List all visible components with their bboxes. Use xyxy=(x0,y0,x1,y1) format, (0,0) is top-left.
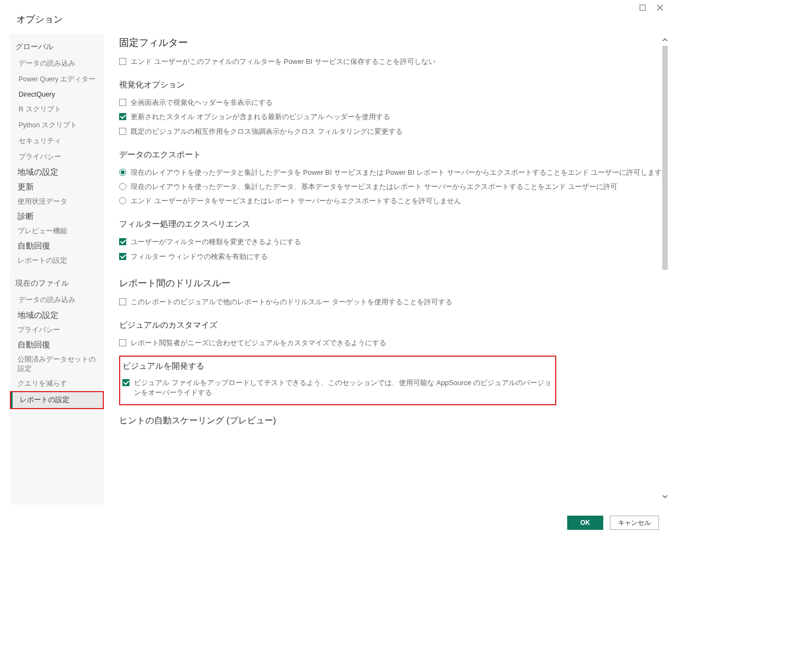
sidebar-group-diagnostics[interactable]: 診断 xyxy=(10,209,104,224)
maximize-icon[interactable] xyxy=(637,3,648,12)
sidebar-item-directquery[interactable]: DirectQuery xyxy=(10,87,104,102)
dialog-footer: OK キャンセル xyxy=(567,516,659,530)
checkbox-label: 全画面表示で視覚化ヘッダーを非表示にする xyxy=(131,98,671,108)
radio-icon[interactable] xyxy=(119,183,126,190)
sidebar-group-update[interactable]: 更新 xyxy=(10,180,104,194)
sidebar-header-global: グローバル xyxy=(10,38,104,56)
checkbox-icon[interactable] xyxy=(119,253,126,260)
cancel-button[interactable]: キャンセル xyxy=(610,516,659,530)
scrollbar[interactable] xyxy=(661,37,669,501)
checkbox-icon[interactable] xyxy=(122,379,130,386)
sidebar-header-current-file: 現在のファイル xyxy=(10,275,104,292)
checkbox-filter-exp-1[interactable]: ユーザーがフィルターの種類を変更できるようにする xyxy=(119,235,671,249)
sidebar-item-reduce-query[interactable]: クエリを減らす xyxy=(10,376,104,391)
highlight-box-sidebar: レポートの設定 xyxy=(10,391,104,409)
checkbox-develop-visual-1[interactable]: ビジュアル ファイルをアップロードしてテストできるよう、このセッションでは、使用… xyxy=(120,376,552,400)
radio-export-2[interactable]: 現在のレイアウトを使ったデータ、集計したデータ、基本データをサービスまたはレポー… xyxy=(119,180,671,194)
sidebar-item-report-settings-active[interactable]: レポートの設定 xyxy=(11,392,103,408)
radio-label: エンド ユーザーがデータをサービスまたはレポート サーバーからエクスポートするこ… xyxy=(131,196,671,206)
radio-label: 現在のレイアウトを使ったデータ、集計したデータ、基本データをサービスまたはレポー… xyxy=(131,182,671,192)
scroll-thumb[interactable] xyxy=(662,46,668,270)
sidebar-item-report-settings-g[interactable]: レポートの設定 xyxy=(10,253,104,268)
checkbox-label: 更新されたスタイル オプションが含まれる最新のビジュアル ヘッダーを使用する xyxy=(131,112,671,122)
sidebar-item-security[interactable]: セキュリティ xyxy=(10,133,104,149)
radio-icon[interactable] xyxy=(119,197,126,204)
window-controls xyxy=(632,0,671,15)
section-develop-visual: ビジュアルを開発する xyxy=(122,361,552,371)
checkbox-label: ビジュアル ファイルをアップロードしてテストできるよう、このセッションでは、使用… xyxy=(134,378,552,398)
dialog-title: オプション xyxy=(0,0,671,33)
section-customize: ビジュアルのカスタマイズ xyxy=(119,320,671,330)
checkbox-icon[interactable] xyxy=(119,128,126,135)
sidebar-item-privacy2[interactable]: プライバシー xyxy=(10,323,104,338)
sidebar: グローバル データの読み込み Power Query エディター DirectQ… xyxy=(10,34,104,505)
radio-export-3[interactable]: エンド ユーザーがデータをサービスまたはレポート サーバーからエクスポートするこ… xyxy=(119,194,671,208)
sidebar-group-auto-recovery[interactable]: 自動回復 xyxy=(10,239,104,253)
checkbox-icon[interactable] xyxy=(119,298,126,305)
sidebar-item-preview[interactable]: プレビュー機能 xyxy=(10,224,104,239)
sidebar-item-python-script[interactable]: Python スクリプト xyxy=(10,117,104,133)
section-data-export: データのエクスポート xyxy=(119,150,671,160)
section-hint-scaling: ヒントの自動スケーリング (プレビュー) xyxy=(119,415,671,427)
checkbox-icon[interactable] xyxy=(119,113,126,120)
sidebar-item-usage-data[interactable]: 使用状況データ xyxy=(10,194,104,209)
section-fixed-filter: 固定フィルター xyxy=(119,36,671,49)
section-filter-exp: フィルター処理のエクスペリエンス xyxy=(119,219,671,229)
checkbox-fixed-filter-1[interactable]: エンド ユーザーがこのファイルのフィルターを Power BI サービスに保存す… xyxy=(119,55,671,69)
sidebar-item-r-script[interactable]: R スクリプト xyxy=(10,102,104,117)
checkbox-drillthrough-1[interactable]: このレポートのビジュアルで他のレポートからのドリルスルー ターゲットを使用するこ… xyxy=(119,295,671,309)
sidebar-item-data-load[interactable]: データの読み込み xyxy=(10,56,104,72)
scroll-down-icon[interactable] xyxy=(661,494,669,501)
checkbox-label: エンド ユーザーがこのファイルのフィルターを Power BI サービスに保存す… xyxy=(131,57,671,67)
checkbox-icon[interactable] xyxy=(119,339,126,346)
highlight-box-content: ビジュアルを開発する ビジュアル ファイルをアップロードしてテストできるよう、こ… xyxy=(119,356,556,405)
checkbox-visual-2[interactable]: 更新されたスタイル オプションが含まれる最新のビジュアル ヘッダーを使用する xyxy=(119,110,671,124)
radio-icon[interactable] xyxy=(119,169,126,176)
sidebar-item-published-dataset[interactable]: 公開済みデータセットの設定 xyxy=(10,352,104,376)
sidebar-group-region2[interactable]: 地域の設定 xyxy=(10,308,104,323)
checkbox-label: ユーザーがフィルターの種類を変更できるようにする xyxy=(131,237,671,247)
sidebar-group-region[interactable]: 地域の設定 xyxy=(10,165,104,180)
sidebar-item-power-query[interactable]: Power Query エディター xyxy=(10,72,104,87)
checkbox-filter-exp-2[interactable]: フィルター ウィンドウの検索を有効にする xyxy=(119,250,671,264)
checkbox-icon[interactable] xyxy=(119,58,126,65)
scroll-up-icon[interactable] xyxy=(661,37,669,45)
sidebar-item-privacy[interactable]: プライバシー xyxy=(10,149,104,165)
checkbox-visual-3[interactable]: 既定のビジュアルの相互作用をクロス強調表示からクロス フィルタリングに変更する xyxy=(119,125,671,139)
checkbox-visual-1[interactable]: 全画面表示で視覚化ヘッダーを非表示にする xyxy=(119,96,671,110)
checkbox-label: レポート閲覧者がニーズに合わせてビジュアルをカスタマイズできるようにする xyxy=(131,338,671,348)
sidebar-group-auto-recovery2[interactable]: 自動回復 xyxy=(10,338,104,352)
ok-button[interactable]: OK xyxy=(567,516,603,530)
checkbox-icon[interactable] xyxy=(119,99,126,106)
sidebar-item-data-load-c[interactable]: データの読み込み xyxy=(10,292,104,308)
checkbox-customize-1[interactable]: レポート閲覧者がニーズに合わせてビジュアルをカスタマイズできるようにする xyxy=(119,336,671,350)
radio-export-1[interactable]: 現在のレイアウトを使ったデータと集計したデータを Power BI サービスまた… xyxy=(119,166,671,180)
checkbox-icon[interactable] xyxy=(119,238,126,245)
svg-rect-0 xyxy=(640,5,645,10)
content-area: 固定フィルター エンド ユーザーがこのファイルのフィルターを Power BI … xyxy=(119,34,671,505)
radio-label: 現在のレイアウトを使ったデータと集計したデータを Power BI サービスまた… xyxy=(131,168,671,178)
close-icon[interactable] xyxy=(655,3,666,12)
checkbox-label: フィルター ウィンドウの検索を有効にする xyxy=(131,252,671,262)
checkbox-label: このレポートのビジュアルで他のレポートからのドリルスルー ターゲットを使用するこ… xyxy=(131,297,671,307)
section-drillthrough: レポート間のドリルスルー xyxy=(119,277,671,289)
checkbox-label: 既定のビジュアルの相互作用をクロス強調表示からクロス フィルタリングに変更する xyxy=(131,127,671,137)
section-visual-options: 視覚化オプション xyxy=(119,80,671,90)
